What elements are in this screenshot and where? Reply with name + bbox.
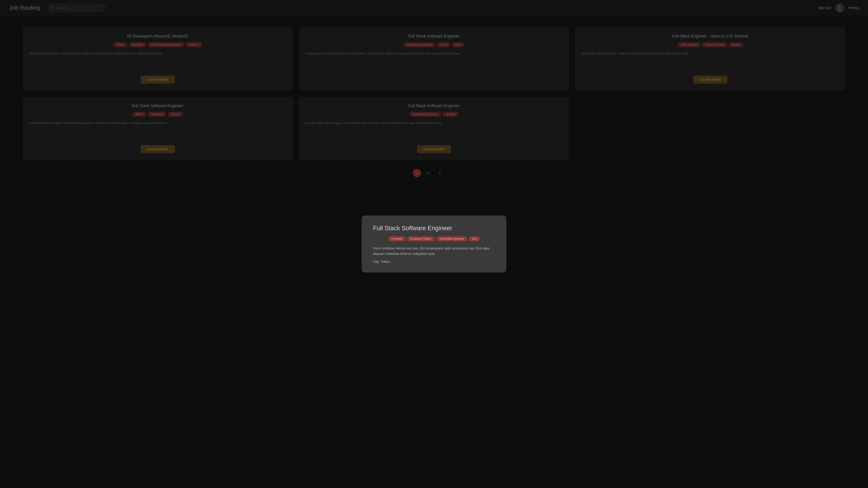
modal-city-value: Tokyo [381, 260, 390, 263]
modal-tag-vim: Vim [469, 236, 480, 241]
modal-tag-embedded-systems: Embedded Systems [436, 236, 467, 241]
modal-desc: Porro similique ratione iure iure. Est c… [373, 246, 495, 256]
modal-tag-proactive-thinker: Proactive Thinker [407, 236, 435, 241]
modal-city: City: Tokyo [373, 260, 495, 263]
modal-tag-frontend: Frontend [388, 236, 405, 241]
modal-overlay[interactable]: Full Stack Software Engineer Frontend Pr… [0, 0, 868, 488]
modal: Full Stack Software Engineer Frontend Pr… [362, 216, 506, 272]
modal-city-label: City: [373, 260, 380, 263]
modal-tags: Frontend Proactive Thinker Embedded Syst… [373, 236, 495, 241]
modal-title: Full Stack Software Engineer [373, 225, 495, 232]
